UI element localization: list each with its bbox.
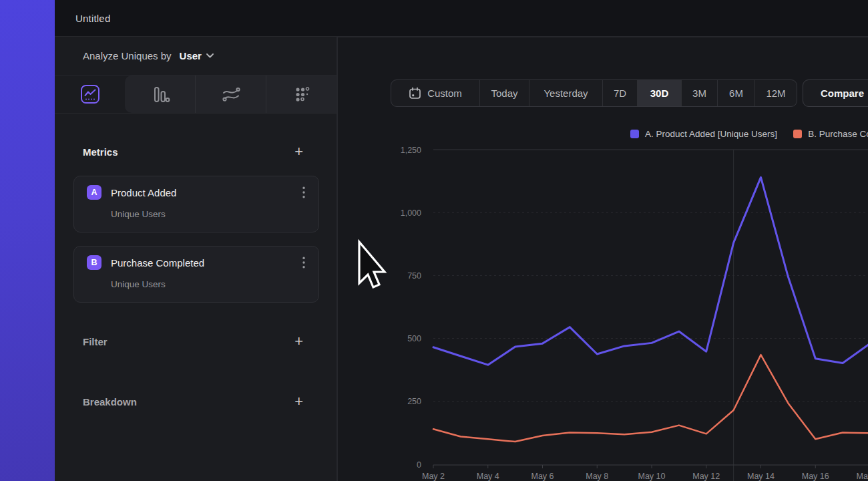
- svg-text:0: 0: [417, 460, 421, 470]
- metric-badge-a: A: [87, 185, 101, 200]
- metric-name: Purchase Completed: [111, 257, 301, 269]
- add-filter-button[interactable]: +: [294, 335, 303, 348]
- svg-text:May 16: May 16: [802, 472, 829, 481]
- compare-button[interactable]: Compare: [803, 79, 868, 107]
- metric-subtitle: Unique Users: [111, 279, 306, 289]
- compare-label: Compare: [821, 88, 864, 99]
- range-option-3m[interactable]: 3M: [681, 80, 717, 106]
- tab-dots-grid[interactable]: [266, 75, 337, 113]
- bar-chart-icon: [149, 83, 172, 106]
- svg-text:May 6: May 6: [531, 472, 554, 481]
- svg-text:May 10: May 10: [638, 472, 666, 481]
- add-metric-button[interactable]: +: [294, 145, 303, 158]
- metric-name: Product Added: [111, 187, 301, 198]
- tab-flows[interactable]: [195, 75, 266, 113]
- legend-swatch: [793, 130, 802, 138]
- metric-options-button[interactable]: [301, 185, 306, 200]
- analyze-label: Analyze Uniques by: [83, 50, 172, 61]
- svg-text:May 18: May 18: [857, 472, 868, 481]
- flows-icon: [220, 83, 242, 106]
- kebab-icon: [302, 186, 305, 198]
- breakdown-header: Breakdown +: [55, 391, 337, 412]
- query-sidebar: Analyze Uniques by User: [55, 37, 337, 481]
- app-nav-gradient-strip: [0, 0, 55, 481]
- breakdown-title: Breakdown: [83, 396, 137, 408]
- range-option-label: 6M: [729, 88, 743, 99]
- legend-label: B. Purchase Completed [Unique Users]: [808, 129, 868, 139]
- legend-item[interactable]: A. Product Added [Unique Users]: [630, 128, 777, 140]
- range-option-label: 30D: [650, 88, 669, 99]
- chart-type-tabs: [55, 75, 337, 114]
- range-option-7d[interactable]: 7D: [602, 80, 637, 106]
- filter-title: Filter: [83, 336, 107, 347]
- chevron-down-icon: [206, 53, 214, 58]
- metric-subtitle: Unique Users: [111, 209, 306, 219]
- metrics-header: Metrics +: [55, 142, 337, 162]
- range-option-6m[interactable]: 6M: [717, 80, 754, 106]
- svg-text:May 8: May 8: [586, 472, 608, 481]
- svg-text:May 4: May 4: [477, 472, 499, 481]
- svg-text:750: 750: [407, 271, 421, 281]
- metric-options-button[interactable]: [301, 255, 306, 270]
- chart-type-tab-group: [125, 75, 337, 113]
- legend-label: A. Product Added [Unique Users]: [645, 129, 777, 139]
- svg-text:1,250: 1,250: [401, 146, 421, 155]
- metric-badge-b: B: [87, 255, 101, 270]
- metric-card-a[interactable]: A Product Added Unique Users: [73, 176, 319, 232]
- svg-text:250: 250: [407, 397, 421, 406]
- legend-item[interactable]: B. Purchase Completed [Unique Users]: [793, 128, 868, 140]
- dots-grid-icon: [290, 83, 313, 106]
- svg-text:1,000: 1,000: [401, 208, 421, 218]
- metrics-title: Metrics: [83, 146, 118, 158]
- svg-text:May 14: May 14: [747, 472, 775, 481]
- calendar-icon: [409, 87, 421, 100]
- range-option-today[interactable]: Today: [479, 80, 529, 106]
- range-option-12m[interactable]: 12M: [754, 80, 797, 106]
- analyze-row: Analyze Uniques by User: [55, 37, 337, 75]
- metric-card-b[interactable]: B Purchase Completed Unique Users: [73, 246, 319, 303]
- chart-legend: A. Product Added [Unique Users]B. Purcha…: [630, 128, 868, 140]
- svg-text:May 12: May 12: [692, 472, 720, 481]
- mouse-cursor-icon: [353, 238, 393, 298]
- top-bar: Untitled: [55, 0, 868, 37]
- filter-header: Filter +: [55, 331, 337, 351]
- range-option-label: 7D: [614, 88, 626, 99]
- svg-text:500: 500: [407, 334, 421, 343]
- tab-line-chart[interactable]: [55, 75, 125, 113]
- range-option-30d[interactable]: 30D: [637, 80, 681, 106]
- range-option-label: Custom: [427, 88, 462, 99]
- range-option-label: Yesterday: [544, 88, 588, 99]
- analyze-by-dropdown[interactable]: User: [180, 50, 214, 61]
- add-breakdown-button[interactable]: +: [294, 395, 303, 408]
- date-range-control: CustomTodayYesterday7D30D3M6M12M: [391, 79, 797, 107]
- page-title: Untitled: [75, 13, 110, 24]
- range-option-label: Today: [491, 88, 517, 99]
- range-option-custom[interactable]: Custom: [391, 80, 479, 106]
- range-option-label: 12M: [766, 88, 785, 99]
- range-option-yesterday[interactable]: Yesterday: [529, 80, 602, 106]
- analyze-by-value: User: [180, 50, 202, 61]
- legend-swatch: [630, 130, 639, 138]
- tab-bar-chart[interactable]: [125, 75, 195, 113]
- chart-panel: 02505007501,0001,250May 2May 4May 6May 8…: [337, 37, 868, 481]
- line-chart-icon: [80, 84, 100, 104]
- range-option-label: 3M: [692, 88, 706, 99]
- svg-text:May 2: May 2: [422, 472, 445, 481]
- kebab-icon: [302, 257, 305, 269]
